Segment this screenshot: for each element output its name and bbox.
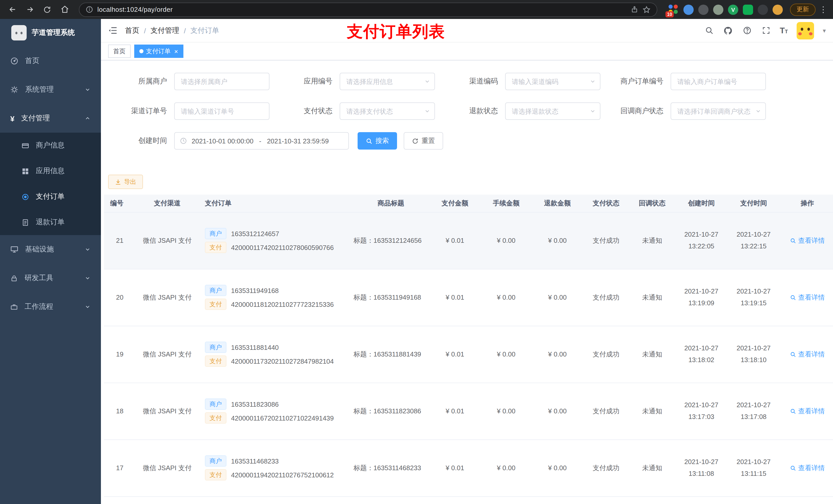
fullscreen-icon[interactable] <box>761 25 771 35</box>
date-end[interactable]: 2021-10-31 23:59:59 <box>267 137 329 145</box>
channel-code-select[interactable] <box>505 73 600 90</box>
view-detail-link[interactable]: 查看详情 <box>790 293 825 302</box>
help-icon[interactable] <box>742 25 752 35</box>
channel-pay-no: 4200001181202110277723215336 <box>231 301 334 308</box>
reset-button-label: 重置 <box>422 136 435 145</box>
tab-home[interactable]: 首页 <box>108 45 130 58</box>
view-detail-label: 查看详情 <box>798 293 825 302</box>
cell-refund-amount: ¥ 0.00 <box>532 326 583 383</box>
forward-icon[interactable] <box>23 2 37 17</box>
cell-refund-amount: ¥ 0.00 <box>532 383 583 439</box>
site-info-icon[interactable] <box>86 6 93 13</box>
github-icon[interactable] <box>723 25 733 35</box>
cell-title: 标题：1635312124656 <box>353 212 429 269</box>
merchant-order-no: 1635311823086 <box>231 400 279 408</box>
cell-order: 商户 1635311949168 支付 42000011812021102777… <box>199 269 353 326</box>
cell-order: 商户 1635311512786 支付 <box>199 496 353 504</box>
sidebar-item-app-info[interactable]: 应用信息 <box>0 158 101 184</box>
sidebar: 芋道管理系统 首页 系统管理 ¥ 支付管理 <box>0 19 101 504</box>
notify-status-select[interactable] <box>671 102 766 120</box>
extension-icon-7[interactable] <box>758 4 768 15</box>
share-icon[interactable] <box>630 6 638 13</box>
cell-title: 标题：1635311949168 <box>353 269 429 326</box>
cell-notify-status: 未通知 <box>629 212 675 269</box>
clock-icon <box>180 137 187 144</box>
document-icon <box>22 218 29 226</box>
search-icon[interactable] <box>704 25 714 35</box>
breadcrumb-payment[interactable]: 支付管理 <box>151 26 179 35</box>
merchant-order-input[interactable] <box>671 73 766 90</box>
sidebar-item-workflow[interactable]: 工作流程 <box>0 292 101 321</box>
sidebar-item-system[interactable]: 系统管理 <box>0 75 101 104</box>
cell-fee-amount: ¥ 0.00 <box>480 383 532 439</box>
extension-icon-1[interactable]: 10 <box>669 4 679 15</box>
date-start[interactable]: 2021-10-01 00:00:00 <box>192 137 253 145</box>
filter-label-refund-status: 退款状态 <box>435 106 498 116</box>
sidebar-item-infra[interactable]: 基础设施 <box>0 235 101 264</box>
extension-icon-2[interactable] <box>684 4 694 15</box>
cell-pay-amount: ¥ 0.01 <box>429 383 480 439</box>
extension-icon-4[interactable] <box>713 4 723 15</box>
chevron-up-icon <box>85 115 91 121</box>
sidebar-item-pay-order[interactable]: 支付订单 <box>0 184 101 210</box>
cell-pay-time: 2021-10-27 13:22:15 <box>728 212 780 269</box>
refund-status-select[interactable] <box>505 102 600 120</box>
sidebar-item-payment[interactable]: ¥ 支付管理 <box>0 104 101 133</box>
app-logo[interactable]: 芋道管理系统 <box>0 19 101 47</box>
channel-order-input[interactable] <box>174 102 269 120</box>
merchant-filter-input[interactable] <box>174 73 269 90</box>
cell-fee-amount <box>480 496 532 504</box>
sidebar-item-label: 工作流程 <box>25 302 53 311</box>
browser-update-button[interactable]: 更新 <box>790 3 815 16</box>
pay-status-select[interactable] <box>340 102 435 120</box>
extension-icon-6[interactable] <box>743 4 753 15</box>
view-detail-link[interactable]: 查看详情 <box>790 350 825 359</box>
reset-button[interactable]: 重置 <box>404 132 443 149</box>
extension-icon-5[interactable]: V <box>728 4 738 15</box>
grid-icon <box>22 167 29 175</box>
view-detail-link[interactable]: 查看详情 <box>790 236 825 245</box>
briefcase-icon <box>10 303 18 311</box>
export-button[interactable]: 导出 <box>108 175 143 189</box>
url-bar[interactable]: localhost:1024/pay/order <box>79 2 657 17</box>
extension-icon-8[interactable] <box>772 4 783 15</box>
bookmark-star-icon[interactable] <box>642 5 651 14</box>
cell-pay-amount: ¥ 0.01 <box>429 326 480 383</box>
extension-icon-3[interactable] <box>698 4 709 15</box>
dashboard-icon <box>10 57 19 65</box>
filter-label-channel-code: 渠道编码 <box>435 77 498 86</box>
view-detail-link[interactable]: 查看详情 <box>790 406 825 416</box>
refresh-icon[interactable] <box>40 2 54 17</box>
view-detail-link[interactable]: 查看详情 <box>790 463 825 473</box>
sidebar-item-refund-order[interactable]: 退款订单 <box>0 210 101 235</box>
breadcrumb: 首页 / 支付管理 / 支付订单 <box>125 26 219 35</box>
back-icon[interactable] <box>5 2 20 17</box>
sidebar-item-dev-tools[interactable]: 研发工具 <box>0 264 101 292</box>
url-text[interactable]: localhost:1024/pay/order <box>97 6 626 13</box>
channel-pay-no: 4200001167202110271022491439 <box>231 414 334 422</box>
home-icon[interactable] <box>57 2 72 17</box>
search-button[interactable]: 搜索 <box>358 132 397 149</box>
create-time-range-picker[interactable]: 2021-10-01 00:00:00 - 2021-10-31 23:59:5… <box>174 132 349 149</box>
sidebar-item-merchant-info[interactable]: 商户信息 <box>0 133 101 158</box>
cell-order: 商户 1635312124657 支付 42000011742021102780… <box>199 212 353 269</box>
merchant-tag: 商户 <box>205 455 227 466</box>
sidebar-toggle-icon[interactable] <box>108 26 118 35</box>
extension-badge: 10 <box>665 11 674 17</box>
date-separator: - <box>258 137 262 145</box>
app-filter-select[interactable] <box>340 73 435 90</box>
col-pay-time: 支付时间 <box>728 195 780 212</box>
table-body: 21 微信 JSAPI 支付 商户 1635312124657 支付 42000… <box>104 212 833 504</box>
breadcrumb-home[interactable]: 首页 <box>125 26 139 35</box>
cell-notify-status: 未通知 <box>629 439 675 496</box>
sidebar-item-home[interactable]: 首页 <box>0 47 101 75</box>
view-detail-label: 查看详情 <box>798 406 825 416</box>
user-avatar[interactable] <box>796 22 814 39</box>
font-size-icon[interactable]: TT <box>780 26 788 35</box>
merchant-tag: 商户 <box>205 399 227 410</box>
close-icon[interactable]: × <box>174 48 178 54</box>
tab-pay-order[interactable]: 支付订单 × <box>134 45 183 58</box>
browser-menu-icon[interactable]: ⋮ <box>819 5 828 14</box>
filter-label-notify-status: 回调商户状态 <box>600 106 663 116</box>
avatar-caret-icon[interactable]: ▾ <box>823 27 826 34</box>
